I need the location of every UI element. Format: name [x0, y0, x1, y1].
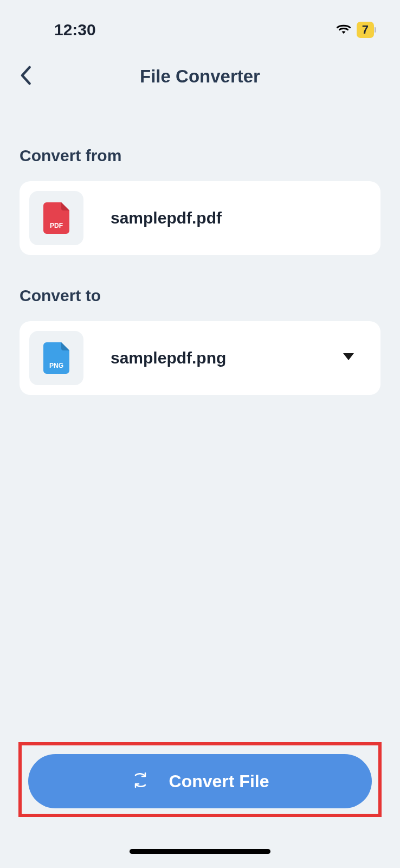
battery-indicator: 7	[357, 22, 374, 38]
battery-level: 7	[362, 23, 369, 37]
convert-to-label: Convert to	[20, 286, 380, 305]
convert-button-label: Convert File	[169, 771, 269, 792]
content: Convert from PDF samplepdf.pdf Convert t…	[0, 103, 400, 395]
wifi-icon	[336, 23, 351, 37]
file-icon-container: PNG	[29, 331, 83, 385]
chevron-down-icon[interactable]	[341, 352, 356, 365]
convert-to-card[interactable]: PNG samplepdf.png	[20, 321, 380, 395]
target-file-name: samplepdf.png	[111, 349, 341, 367]
png-file-icon: PNG	[43, 342, 69, 374]
file-extension-label: PDF	[50, 222, 63, 229]
status-time: 12:30	[54, 21, 96, 39]
file-icon-container: PDF	[29, 191, 83, 245]
source-file-name: samplepdf.pdf	[111, 209, 371, 227]
convert-from-card[interactable]: PDF samplepdf.pdf	[20, 181, 380, 255]
convert-file-button[interactable]: Convert File	[28, 754, 372, 808]
status-icons: 7	[336, 22, 374, 38]
back-button[interactable]	[20, 66, 31, 87]
page-title: File Converter	[20, 66, 380, 87]
convert-from-label: Convert from	[20, 146, 380, 165]
refresh-icon	[131, 771, 150, 792]
status-bar: 12:30 7	[0, 0, 400, 50]
header: File Converter	[0, 50, 400, 103]
file-extension-label: PNG	[49, 362, 63, 369]
pdf-file-icon: PDF	[43, 202, 69, 234]
home-indicator[interactable]	[130, 849, 270, 854]
